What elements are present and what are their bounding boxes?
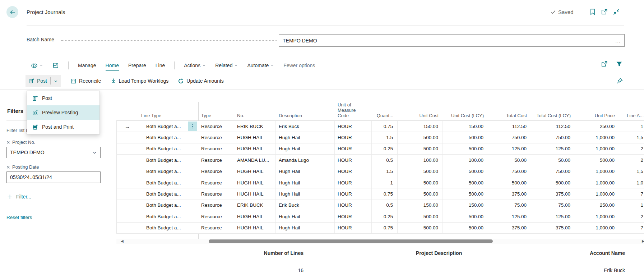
- cell-qty[interactable]: 0.75: [372, 223, 398, 233]
- table-row[interactable]: Both Budget a...ResourceHUGH HAILHugh Ha…: [116, 223, 644, 234]
- add-filter-button[interactable]: Filter...: [7, 194, 31, 200]
- column-header-qty[interactable]: Quant...: [372, 113, 398, 120]
- menu-actions[interactable]: Actions: [184, 63, 206, 68]
- batch-name-lookup-button[interactable]: ...: [615, 38, 621, 44]
- table-row[interactable]: Both Budget a...ResourceAMANDA LU...Aman…: [116, 155, 644, 166]
- cell-desc[interactable]: Hugh Hail: [276, 143, 335, 154]
- bookmark-icon[interactable]: [589, 8, 596, 15]
- board-view-button[interactable]: [52, 62, 59, 69]
- cell-unit_cost_lcy[interactable]: 500.00: [443, 166, 488, 177]
- cell-qty[interactable]: 0.75: [372, 121, 398, 132]
- cell-unit_price[interactable]: 250.00: [575, 121, 619, 132]
- cell-line_amt[interactable]: 7: [619, 223, 644, 233]
- cell-type[interactable]: Resource: [198, 155, 234, 165]
- cell-qty[interactable]: 0.5: [372, 200, 398, 211]
- cell-total_cost[interactable]: 125.00: [488, 211, 531, 222]
- cell-line_type[interactable]: Both Budget a...: [138, 166, 198, 177]
- cell-unit_cost_lcy[interactable]: 100.00: [443, 155, 488, 165]
- cell-total_cost[interactable]: 75.00: [488, 200, 531, 211]
- cell-no[interactable]: ERIK BUCK: [234, 200, 276, 211]
- cell-uom[interactable]: HOUR: [335, 121, 372, 132]
- horizontal-scrollbar[interactable]: ◀ ▶: [116, 239, 644, 244]
- cell-unit_cost[interactable]: 500.00: [398, 143, 443, 154]
- cell-type[interactable]: Resource: [198, 166, 234, 177]
- cell-desc[interactable]: Hugh Hail: [276, 166, 335, 177]
- tab-manage[interactable]: Manage: [78, 63, 96, 68]
- cell-qty[interactable]: 0.5: [372, 155, 398, 165]
- cell-unit_cost_lcy[interactable]: 500.00: [443, 143, 488, 154]
- cell-line_amt[interactable]: 2: [619, 155, 644, 165]
- cell-desc[interactable]: Hugh Hail: [276, 177, 335, 188]
- column-header-unit_cost[interactable]: Unit Cost: [398, 113, 443, 120]
- cell-type[interactable]: Resource: [198, 121, 234, 132]
- open-in-window-icon[interactable]: [601, 8, 608, 15]
- cell-gutter[interactable]: [116, 155, 138, 165]
- fewer-options-button[interactable]: Fewer options: [283, 63, 315, 68]
- cell-qty[interactable]: 1: [372, 177, 398, 188]
- table-row[interactable]: →Both Budget a...⋮ResourceERIK BUCKErik …: [116, 121, 644, 132]
- column-header-type[interactable]: Type: [198, 113, 234, 120]
- menu-automate[interactable]: Automate: [247, 63, 274, 68]
- cell-unit_cost_lcy[interactable]: 150.00: [443, 121, 488, 132]
- cell-gutter[interactable]: [116, 223, 138, 233]
- cell-no[interactable]: HUGH HAIL: [234, 211, 276, 222]
- cell-total_cost_lcy[interactable]: 750.00: [531, 166, 575, 177]
- cell-gutter[interactable]: [116, 188, 138, 199]
- cell-no[interactable]: HUGH HAIL: [234, 188, 276, 199]
- table-row[interactable]: Both Budget a...ResourceHUGH HAILHugh Ha…: [116, 177, 644, 188]
- column-header-unit_cost_lcy[interactable]: Unit Cost (LCY): [443, 113, 488, 120]
- cell-total_cost[interactable]: 750.00: [488, 166, 531, 177]
- cell-line_amt[interactable]: 2: [619, 143, 644, 154]
- cell-gutter[interactable]: [116, 211, 138, 222]
- cell-total_cost[interactable]: 112.50: [488, 121, 531, 132]
- menu-item-preview-posting[interactable]: Preview Posting: [27, 105, 99, 120]
- cell-desc[interactable]: Erik Buck: [276, 121, 335, 132]
- cell-total_cost_lcy[interactable]: 75.00: [531, 200, 575, 211]
- cell-qty[interactable]: 1.5: [372, 166, 398, 177]
- cell-type[interactable]: Resource: [198, 188, 234, 199]
- column-header-line_amt[interactable]: Line A...: [619, 113, 644, 120]
- cell-gutter[interactable]: →: [116, 121, 138, 132]
- cell-qty[interactable]: 0.75: [372, 188, 398, 199]
- row-actions-ellipsis-icon[interactable]: ⋮: [188, 122, 197, 131]
- cell-unit_cost[interactable]: 150.00: [398, 121, 443, 132]
- cell-gutter[interactable]: [116, 166, 138, 177]
- table-row[interactable]: Both Budget a...ResourceHUGH HAILHugh Ha…: [116, 166, 644, 177]
- cell-line_type[interactable]: Both Budget a...⋮: [138, 121, 198, 132]
- cell-unit_price[interactable]: 250.00: [575, 200, 619, 211]
- cell-line_amt[interactable]: 2: [619, 211, 644, 222]
- column-header-desc[interactable]: Description: [276, 113, 335, 120]
- back-button[interactable]: [6, 6, 18, 18]
- cell-line_type[interactable]: Both Budget a...: [138, 143, 198, 154]
- cell-unit_price[interactable]: 1,000.00: [575, 143, 619, 154]
- cell-line_type[interactable]: Both Budget a...: [138, 132, 198, 143]
- posting-date-filter-field[interactable]: 05/30/24..05/31/24: [6, 171, 101, 183]
- cell-type[interactable]: Resource: [198, 200, 234, 211]
- cell-gutter[interactable]: [116, 143, 138, 154]
- cell-no[interactable]: HUGH HAIL: [234, 132, 276, 143]
- cell-no[interactable]: AMANDA LU...: [234, 155, 276, 165]
- pin-icon[interactable]: [616, 78, 623, 84]
- cell-uom[interactable]: HOUR: [335, 166, 372, 177]
- column-header-gutter[interactable]: [116, 118, 138, 120]
- cell-unit_price[interactable]: 1,000.00: [575, 132, 619, 143]
- column-header-uom[interactable]: Unit of Measure Code: [335, 102, 372, 120]
- cell-total_cost_lcy[interactable]: 375.00: [531, 188, 575, 199]
- cell-unit_cost[interactable]: 500.00: [398, 188, 443, 199]
- cell-no[interactable]: HUGH HAIL: [234, 177, 276, 188]
- cell-type[interactable]: Resource: [198, 132, 234, 143]
- cell-unit_cost_lcy[interactable]: 500.00: [443, 132, 488, 143]
- cell-unit_price[interactable]: 1,000.00: [575, 166, 619, 177]
- cell-unit_cost[interactable]: 500.00: [398, 132, 443, 143]
- cell-unit_price[interactable]: 500.00: [575, 155, 619, 165]
- menu-related[interactable]: Related: [215, 63, 238, 68]
- reconcile-button[interactable]: Reconcile: [70, 78, 101, 84]
- post-split-button[interactable]: Post: [26, 75, 61, 87]
- cell-total_cost_lcy[interactable]: 50.00: [531, 155, 575, 165]
- cell-total_cost[interactable]: 375.00: [488, 188, 531, 199]
- table-row[interactable]: Both Budget a...ResourceHUGH HAILHugh Ha…: [116, 211, 644, 222]
- column-header-unit_price[interactable]: Unit Price: [575, 113, 619, 120]
- column-header-line_type[interactable]: Line Type: [138, 113, 198, 120]
- cell-type[interactable]: Resource: [198, 211, 234, 222]
- menu-item-post[interactable]: Post: [27, 91, 99, 105]
